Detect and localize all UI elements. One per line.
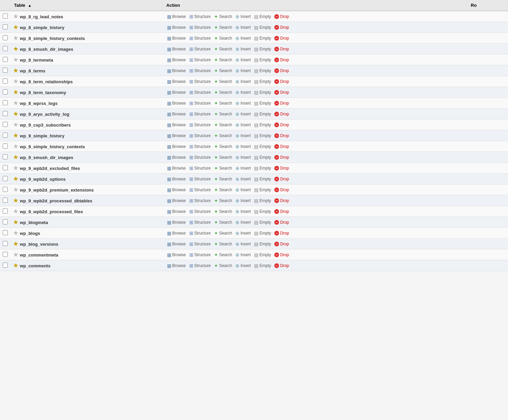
drop-action[interactable]: −Drop (273, 57, 290, 63)
structure-action[interactable]: ⊞Structure (188, 143, 212, 150)
favorite-star-icon[interactable]: ★ (13, 208, 18, 214)
row-checkbox[interactable] (3, 24, 8, 29)
structure-action[interactable]: ⊞Structure (188, 252, 212, 258)
structure-action[interactable]: ⊞Structure (188, 111, 212, 117)
favorite-star-icon[interactable]: ★ (13, 154, 18, 160)
drop-action[interactable]: −Drop (273, 100, 290, 106)
empty-action[interactable]: ▤Empty (253, 176, 272, 182)
drop-action[interactable]: −Drop (273, 230, 290, 236)
structure-action[interactable]: ⊞Structure (188, 208, 212, 215)
empty-action[interactable]: ▤Empty (253, 219, 272, 225)
favorite-star-icon[interactable]: ★ (13, 89, 18, 95)
drop-action[interactable]: −Drop (273, 122, 290, 128)
search-action[interactable]: ✦Search (213, 122, 233, 128)
drop-action[interactable]: −Drop (273, 187, 290, 193)
row-checkbox[interactable] (3, 68, 8, 73)
browse-action[interactable]: ▦Browse (166, 68, 187, 74)
row-checkbox[interactable] (3, 208, 8, 214)
row-checkbox[interactable] (3, 165, 8, 170)
empty-action[interactable]: ▤Empty (253, 79, 272, 85)
drop-action[interactable]: −Drop (273, 79, 290, 85)
empty-action[interactable]: ▤Empty (253, 24, 272, 30)
browse-action[interactable]: ▦Browse (166, 198, 187, 204)
row-checkbox[interactable] (3, 14, 8, 19)
empty-action[interactable]: ▤Empty (253, 252, 272, 258)
favorite-star-icon[interactable]: ★ (13, 165, 18, 171)
drop-action[interactable]: −Drop (273, 154, 290, 160)
structure-action[interactable]: ⊞Structure (188, 198, 212, 204)
insert-action[interactable]: ⊕Insert (234, 263, 252, 269)
structure-action[interactable]: ⊞Structure (188, 230, 212, 236)
search-action[interactable]: ✦Search (213, 100, 233, 106)
structure-action[interactable]: ⊞Structure (188, 46, 212, 52)
drop-action[interactable]: −Drop (273, 176, 290, 182)
search-action[interactable]: ✦Search (213, 133, 233, 139)
row-checkbox[interactable] (3, 79, 8, 84)
row-checkbox[interactable] (3, 122, 8, 127)
favorite-star-icon[interactable]: ★ (13, 176, 18, 182)
structure-action[interactable]: ⊞Structure (188, 89, 212, 95)
favorite-star-icon[interactable]: ★ (13, 14, 18, 19)
search-action[interactable]: ✦Search (213, 68, 233, 74)
empty-action[interactable]: ▤Empty (253, 89, 272, 95)
favorite-star-icon[interactable]: ★ (13, 68, 18, 73)
insert-action[interactable]: ⊕Insert (234, 111, 252, 117)
drop-action[interactable]: −Drop (273, 219, 290, 225)
search-action[interactable]: ✦Search (213, 263, 233, 269)
favorite-star-icon[interactable]: ★ (13, 143, 18, 149)
structure-action[interactable]: ⊞Structure (188, 79, 212, 85)
empty-action[interactable]: ▤Empty (253, 165, 272, 171)
browse-action[interactable]: ▦Browse (166, 187, 187, 193)
browse-action[interactable]: ▦Browse (166, 111, 187, 117)
structure-action[interactable]: ⊞Structure (188, 241, 212, 247)
browse-action[interactable]: ▦Browse (166, 46, 187, 52)
favorite-star-icon[interactable]: ★ (13, 122, 18, 128)
structure-action[interactable]: ⊞Structure (188, 154, 212, 160)
drop-action[interactable]: −Drop (273, 208, 290, 215)
structure-action[interactable]: ⊞Structure (188, 24, 212, 30)
favorite-star-icon[interactable]: ★ (13, 219, 18, 225)
structure-action[interactable]: ⊞Structure (188, 187, 212, 193)
structure-action[interactable]: ⊞Structure (188, 263, 212, 269)
search-action[interactable]: ✦Search (213, 14, 233, 20)
search-action[interactable]: ✦Search (213, 165, 233, 171)
browse-action[interactable]: ▦Browse (166, 241, 187, 247)
insert-action[interactable]: ⊕Insert (234, 133, 252, 139)
search-action[interactable]: ✦Search (213, 219, 233, 225)
row-checkbox[interactable] (3, 35, 8, 40)
empty-action[interactable]: ▤Empty (253, 14, 272, 20)
row-checkbox[interactable] (3, 89, 8, 94)
row-checkbox[interactable] (3, 100, 8, 105)
insert-action[interactable]: ⊕Insert (234, 79, 252, 85)
empty-action[interactable]: ▤Empty (253, 111, 272, 117)
table-name-header[interactable]: Table ▲ (10, 0, 163, 11)
empty-action[interactable]: ▤Empty (253, 198, 272, 204)
drop-action[interactable]: −Drop (273, 89, 290, 95)
drop-action[interactable]: −Drop (273, 143, 290, 150)
drop-action[interactable]: −Drop (273, 14, 290, 20)
browse-action[interactable]: ▦Browse (166, 35, 187, 41)
favorite-star-icon[interactable]: ★ (13, 133, 18, 138)
empty-action[interactable]: ▤Empty (253, 122, 272, 128)
favorite-star-icon[interactable]: ★ (13, 100, 18, 106)
insert-action[interactable]: ⊕Insert (234, 165, 252, 171)
structure-action[interactable]: ⊞Structure (188, 100, 212, 106)
favorite-star-icon[interactable]: ★ (13, 46, 18, 52)
browse-action[interactable]: ▦Browse (166, 230, 187, 236)
search-action[interactable]: ✦Search (213, 35, 233, 41)
insert-action[interactable]: ⊕Insert (234, 230, 252, 236)
empty-action[interactable]: ▤Empty (253, 143, 272, 150)
browse-action[interactable]: ▦Browse (166, 24, 187, 30)
search-action[interactable]: ✦Search (213, 57, 233, 63)
browse-action[interactable]: ▦Browse (166, 154, 187, 160)
favorite-star-icon[interactable]: ★ (13, 198, 18, 203)
search-action[interactable]: ✦Search (213, 187, 233, 193)
row-checkbox[interactable] (3, 143, 8, 149)
insert-action[interactable]: ⊕Insert (234, 208, 252, 215)
favorite-star-icon[interactable]: ★ (13, 230, 18, 236)
row-checkbox[interactable] (3, 252, 8, 257)
empty-action[interactable]: ▤Empty (253, 133, 272, 139)
drop-action[interactable]: −Drop (273, 165, 290, 171)
drop-action[interactable]: −Drop (273, 24, 290, 30)
browse-action[interactable]: ▦Browse (166, 263, 187, 269)
